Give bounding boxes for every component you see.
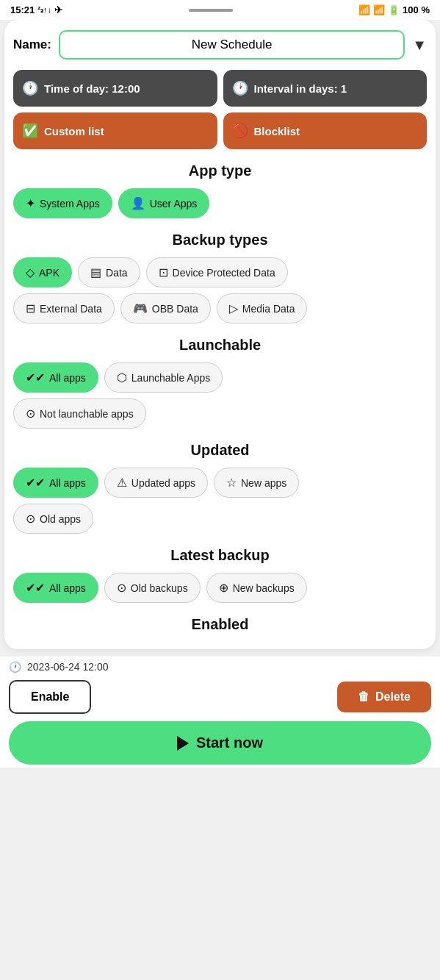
app-type-title: App type bbox=[13, 162, 427, 179]
new-apps-chip[interactable]: ☆ New apps bbox=[214, 468, 299, 498]
all-apps-backup-icon: ✔✔ bbox=[26, 581, 45, 595]
media-data-icon: ▷ bbox=[229, 301, 238, 315]
old-apps-icon: ⊙ bbox=[26, 512, 35, 526]
status-notch bbox=[189, 9, 233, 12]
status-left: 15:21 ²₂↑↓ ✈ bbox=[10, 4, 62, 15]
check-circle-icon: ✅ bbox=[22, 123, 38, 139]
data-icon: ▤ bbox=[90, 265, 101, 279]
date-clock-icon: 🕐 bbox=[9, 661, 21, 673]
play-icon bbox=[177, 736, 189, 751]
updated-chips: ✔✔ All apps ⚠ Updated apps ☆ New apps bbox=[13, 468, 427, 498]
user-apps-icon: 👤 bbox=[131, 196, 145, 210]
main-card: Name: New Schedule ▼ 🕐 Time of day: 12:0… bbox=[4, 20, 436, 649]
name-input[interactable]: New Schedule bbox=[59, 30, 405, 60]
app-type-chips: ✦ System Apps 👤 User Apps bbox=[13, 188, 427, 218]
name-label: Name: bbox=[13, 37, 51, 52]
new-backups-icon: ⊕ bbox=[219, 581, 228, 595]
device-protected-icon: ⊡ bbox=[159, 265, 168, 279]
enabled-title: Enabled bbox=[13, 609, 427, 636]
new-backups-chip[interactable]: ⊕ New backups bbox=[206, 573, 307, 603]
status-time: 15:21 bbox=[10, 4, 35, 15]
battery-percent: 100 % bbox=[403, 4, 430, 15]
media-data-chip[interactable]: ▷ Media Data bbox=[217, 293, 308, 323]
launchable-apps-chip[interactable]: ⬡ Launchable Apps bbox=[104, 362, 223, 393]
all-apps-launchable-icon: ✔✔ bbox=[26, 371, 45, 385]
delete-icon: 🗑 bbox=[358, 690, 369, 704]
bottom-bar: 🕐 2023-06-24 12:00 Enable 🗑 Delete Start… bbox=[0, 657, 440, 768]
obb-data-chip[interactable]: 🎮 OBB Data bbox=[120, 293, 211, 323]
external-data-icon: ⊟ bbox=[26, 301, 35, 315]
external-data-chip[interactable]: ⊟ External Data bbox=[13, 293, 115, 323]
start-now-button[interactable]: Start now bbox=[9, 721, 431, 765]
obb-data-icon: 🎮 bbox=[133, 301, 148, 315]
footer-date: 2023-06-24 12:00 bbox=[27, 661, 109, 673]
new-apps-icon: ☆ bbox=[226, 476, 237, 490]
clock-icon: 🕐 bbox=[22, 80, 38, 96]
block-icon: 🚫 bbox=[232, 123, 248, 139]
not-launchable-apps-chip[interactable]: ⊙ Not launchable apps bbox=[13, 398, 146, 429]
time-interval-row: 🕐 Time of day: 12:00 🕐 Interval in days:… bbox=[13, 70, 427, 107]
backup-types-chips: ◇ APK ▤ Data ⊡ Device Protected Data bbox=[13, 257, 427, 287]
old-backups-chip[interactable]: ⊙ Old backups bbox=[104, 573, 201, 603]
all-apps-launchable-chip[interactable]: ✔✔ All apps bbox=[13, 362, 98, 393]
updated-chips-row2: ⊙ Old apps bbox=[13, 504, 427, 534]
interval-in-days-button[interactable]: 🕐 Interval in days: 1 bbox=[223, 70, 428, 107]
old-backups-icon: ⊙ bbox=[117, 581, 126, 595]
network-icon: ²₂↑↓ bbox=[37, 5, 51, 15]
user-apps-chip[interactable]: 👤 User Apps bbox=[118, 188, 210, 218]
updated-title: Updated bbox=[13, 442, 427, 459]
launchable-chips: ✔✔ All apps ⬡ Launchable Apps bbox=[13, 362, 427, 393]
apk-icon: ◇ bbox=[26, 265, 35, 279]
backup-types-title: Backup types bbox=[13, 232, 427, 248]
actions-row: Enable 🗑 Delete bbox=[9, 680, 431, 714]
not-launchable-icon: ⊙ bbox=[26, 407, 35, 421]
updated-apps-chip[interactable]: ⚠ Updated apps bbox=[104, 468, 208, 498]
all-apps-updated-chip[interactable]: ✔✔ All apps bbox=[13, 468, 98, 498]
date-row: 🕐 2023-06-24 12:00 bbox=[9, 661, 431, 673]
enable-button[interactable]: Enable bbox=[9, 680, 91, 714]
chevron-down-icon[interactable]: ▼ bbox=[412, 37, 427, 54]
launchable-title: Launchable bbox=[13, 337, 427, 354]
send-icon: ✈ bbox=[54, 4, 62, 15]
list-block-row: ✅ Custom list 🚫 Blocklist bbox=[13, 112, 427, 149]
latest-backup-chips: ✔✔ All apps ⊙ Old backups ⊕ New backups bbox=[13, 573, 427, 603]
device-protected-data-chip[interactable]: ⊡ Device Protected Data bbox=[146, 257, 288, 287]
status-bar: 15:21 ²₂↑↓ ✈ 📶 📶 🔋 100 % bbox=[0, 0, 440, 20]
data-chip[interactable]: ▤ Data bbox=[78, 257, 140, 287]
battery-icon: 🔋 bbox=[388, 4, 400, 15]
latest-backup-title: Latest backup bbox=[13, 547, 427, 564]
signal-icon: 📶 bbox=[373, 4, 385, 15]
launchable-apps-icon: ⬡ bbox=[117, 371, 127, 385]
interval-icon: 🕐 bbox=[232, 80, 248, 96]
all-apps-updated-icon: ✔✔ bbox=[26, 476, 45, 490]
name-row: Name: New Schedule ▼ bbox=[13, 30, 427, 60]
status-right: 📶 📶 🔋 100 % bbox=[358, 4, 430, 15]
system-apps-icon: ✦ bbox=[26, 196, 35, 210]
blocklist-button[interactable]: 🚫 Blocklist bbox=[223, 112, 428, 149]
custom-list-button[interactable]: ✅ Custom list bbox=[13, 112, 217, 149]
all-apps-backup-chip[interactable]: ✔✔ All apps bbox=[13, 573, 98, 603]
wifi-icon: 📶 bbox=[358, 4, 370, 15]
old-apps-chip[interactable]: ⊙ Old apps bbox=[13, 504, 93, 534]
time-of-day-button[interactable]: 🕐 Time of day: 12:00 bbox=[13, 70, 217, 107]
launchable-chips-row2: ⊙ Not launchable apps bbox=[13, 398, 427, 429]
apk-chip[interactable]: ◇ APK bbox=[13, 257, 72, 287]
system-apps-chip[interactable]: ✦ System Apps bbox=[13, 188, 112, 218]
backup-types-chips-row2: ⊟ External Data 🎮 OBB Data ▷ Media Data bbox=[13, 293, 427, 323]
delete-button[interactable]: 🗑 Delete bbox=[337, 682, 431, 712]
updated-apps-icon: ⚠ bbox=[117, 476, 127, 490]
